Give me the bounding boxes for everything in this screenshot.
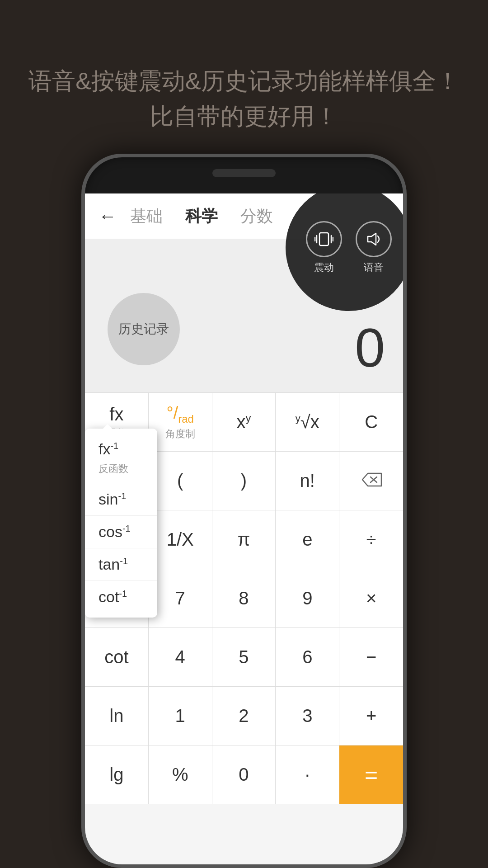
fx-popup-item-asin[interactable]: sin-1	[85, 483, 157, 516]
vibrate-icon-circle	[306, 221, 342, 257]
key-lparen[interactable]: (	[149, 452, 212, 510]
key-1[interactable]: 1	[149, 687, 212, 745]
key-equals[interactable]: =	[339, 745, 403, 804]
key-backspace[interactable]	[339, 452, 403, 510]
tab-fraction[interactable]: 分数	[240, 205, 273, 227]
key-pi[interactable]: π	[212, 510, 276, 569]
key-multiply[interactable]: ×	[339, 569, 403, 628]
key-7[interactable]: 7	[149, 569, 212, 628]
key-2[interactable]: 2	[212, 687, 276, 745]
key-8[interactable]: 8	[212, 569, 276, 628]
display-number: 0	[355, 316, 385, 379]
phone-frame: ← 基础 科学 分数	[81, 154, 407, 868]
key-nthroot[interactable]: y√x	[276, 393, 339, 452]
keyboard-area: fx-1反函数 sin-1 cos-1 tan-1 cot-1 fx 函数 °/…	[85, 392, 403, 804]
promo-line2: 比自带的更好用！	[0, 99, 488, 134]
key-power[interactable]: xy	[212, 393, 276, 452]
promo-line1: 语音&按键震动&历史记录功能样样俱全！	[0, 63, 488, 99]
key-5[interactable]: 5	[212, 628, 276, 687]
key-euler[interactable]: e	[276, 510, 339, 569]
key-rparen[interactable]: )	[212, 452, 276, 510]
tab-basic[interactable]: 基础	[130, 205, 163, 227]
back-button[interactable]: ←	[99, 206, 117, 226]
fx-popup-item-acos[interactable]: cos-1	[85, 516, 157, 548]
svg-marker-5	[368, 233, 376, 245]
key-ln[interactable]: ln	[85, 687, 149, 745]
vibrate-icon	[314, 230, 333, 249]
vibrate-option[interactable]: 震动	[306, 221, 342, 274]
phone-screen: ← 基础 科学 分数	[85, 193, 403, 864]
sound-icon-circle	[356, 221, 392, 257]
key-subtract[interactable]: −	[339, 628, 403, 687]
fx-popup-item-atan[interactable]: tan-1	[85, 548, 157, 581]
key-6[interactable]: 6	[276, 628, 339, 687]
key-degree[interactable]: °/rad 角度制	[149, 393, 212, 452]
promo-text: 语音&按键震动&历史记录功能样样俱全！ 比自带的更好用！	[0, 0, 488, 170]
vibrate-label: 震动	[314, 261, 334, 274]
popup-icons-row: 震动 语音	[297, 212, 401, 283]
svg-rect-0	[319, 233, 328, 245]
sound-label: 语音	[364, 261, 384, 274]
fx-popup-item-inverse[interactable]: fx-1反函数	[85, 433, 157, 483]
key-divide[interactable]: ÷	[339, 510, 403, 569]
sound-option[interactable]: 语音	[356, 221, 392, 274]
key-factorial[interactable]: n!	[276, 452, 339, 510]
fx-popup-item-acot[interactable]: cot-1	[85, 581, 157, 613]
key-lg[interactable]: lg	[85, 745, 149, 804]
history-button[interactable]: 历史记录	[108, 293, 180, 365]
nav-bar: ← 基础 科学 分数	[85, 193, 403, 239]
fx-popup: fx-1反函数 sin-1 cos-1 tan-1 cot-1	[85, 429, 157, 618]
key-decimal[interactable]: ·	[276, 745, 339, 804]
key-percent[interactable]: %	[149, 745, 212, 804]
key-4[interactable]: 4	[149, 628, 212, 687]
key-clear[interactable]: C	[339, 393, 403, 452]
phone-speaker	[212, 169, 276, 177]
popup-overlay: 震动 语音	[290, 193, 403, 284]
key-reciprocal[interactable]: 1/X	[149, 510, 212, 569]
tab-science[interactable]: 科学	[185, 205, 218, 227]
key-add[interactable]: +	[339, 687, 403, 745]
sound-icon	[364, 230, 383, 249]
key-3[interactable]: 3	[276, 687, 339, 745]
backspace-icon	[361, 472, 382, 488]
key-9[interactable]: 9	[276, 569, 339, 628]
key-cot[interactable]: cot	[85, 628, 149, 687]
key-0[interactable]: 0	[212, 745, 276, 804]
